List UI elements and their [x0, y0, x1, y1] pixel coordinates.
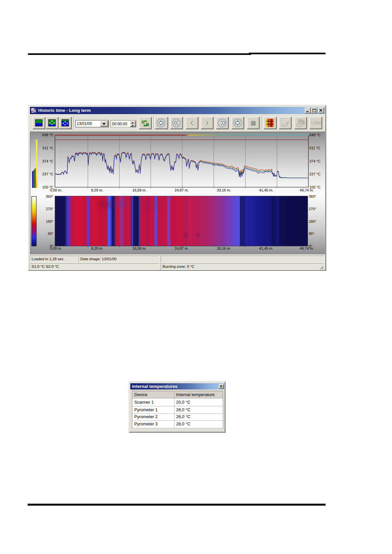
svg-text:180°: 180° — [46, 219, 53, 223]
svg-text:0,00 m.: 0,00 m. — [50, 246, 62, 250]
svg-text:90°: 90° — [309, 232, 314, 236]
svg-text:8,29 m.: 8,29 m. — [91, 188, 103, 192]
svg-text:648 °C: 648 °C — [309, 133, 321, 137]
svg-text:237 °C: 237 °C — [309, 172, 321, 176]
svg-text:374 °C: 374 °C — [309, 159, 321, 163]
svg-text:237 °C: 237 °C — [42, 172, 53, 176]
svg-text:16,58 m.: 16,58 m. — [132, 188, 146, 192]
svg-text:49,74 m.: 49,74 m. — [300, 188, 314, 192]
svg-text:270°: 270° — [309, 207, 316, 211]
svg-text:374 °C: 374 °C — [42, 159, 53, 163]
svg-text:24,87 m.: 24,87 m. — [175, 246, 189, 250]
svg-text:33,16 m.: 33,16 m. — [217, 188, 231, 192]
svg-text:24,87 m.: 24,87 m. — [175, 188, 189, 192]
svg-text:511 °C: 511 °C — [309, 146, 320, 150]
svg-text:90°: 90° — [48, 232, 53, 236]
svg-text:8,29 m.: 8,29 m. — [91, 246, 103, 250]
svg-text:270°: 270° — [46, 207, 53, 211]
svg-text:16,58 m.: 16,58 m. — [132, 246, 146, 250]
svg-text:41,45 m.: 41,45 m. — [259, 188, 273, 192]
svg-text:49,74 m.: 49,74 m. — [300, 246, 314, 250]
svg-text:180°: 180° — [309, 219, 316, 223]
svg-text:360°: 360° — [46, 194, 53, 198]
svg-text:648 °C: 648 °C — [42, 133, 53, 137]
svg-text:360°: 360° — [309, 194, 316, 198]
svg-text:41,45 m.: 41,45 m. — [259, 246, 273, 250]
svg-text:511 °C: 511 °C — [42, 146, 53, 150]
svg-text:33,16 m.: 33,16 m. — [217, 246, 231, 250]
svg-text:0,00 m.: 0,00 m. — [50, 188, 62, 192]
